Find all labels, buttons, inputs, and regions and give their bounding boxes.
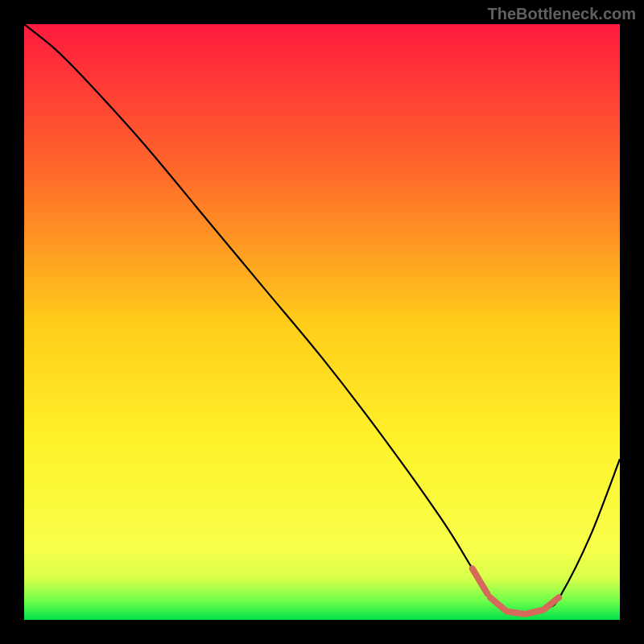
chart-svg bbox=[24, 24, 620, 620]
plateau-dash-segment bbox=[526, 610, 541, 613]
plot-area bbox=[24, 24, 620, 620]
plateau-dash-segment bbox=[508, 612, 523, 614]
chart-container: TheBottleneck.com bbox=[0, 0, 644, 644]
gradient-background bbox=[24, 24, 620, 620]
attribution-watermark: TheBottleneck.com bbox=[488, 5, 636, 23]
